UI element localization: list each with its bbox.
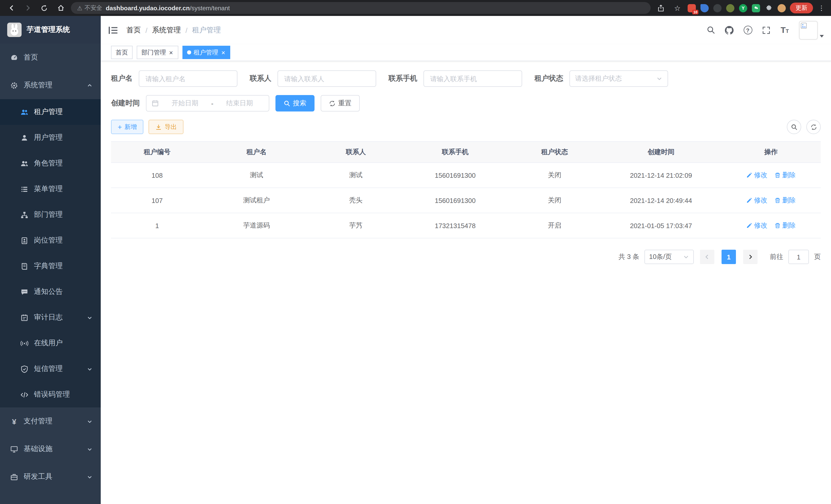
bookmark-star-icon[interactable]: ☆	[671, 2, 684, 14]
sidebar-item-user[interactable]: 用户管理	[0, 125, 101, 151]
edit-link[interactable]: 修改	[746, 221, 768, 230]
search-button[interactable]: 搜索	[276, 95, 315, 112]
sidebar-item-audit-log[interactable]: 审计日志	[0, 305, 101, 330]
home-icon[interactable]	[55, 2, 67, 14]
url-path: /system/tenant	[190, 4, 230, 11]
sidebar-toggle-icon[interactable]	[108, 25, 118, 35]
extensions-puzzle-icon[interactable]	[765, 4, 773, 12]
field-label: 联系手机	[389, 74, 417, 83]
warning-icon: ⚠	[77, 4, 83, 11]
edit-link[interactable]: 修改	[746, 171, 768, 180]
profile-avatar-icon[interactable]	[778, 4, 786, 12]
breadcrumb-system[interactable]: 系统管理	[152, 25, 181, 35]
share-icon[interactable]	[655, 2, 667, 14]
next-page-button[interactable]	[743, 250, 757, 264]
refresh-icon[interactable]	[38, 2, 50, 14]
sidebar-item-online-users[interactable]: 在线用户	[0, 330, 101, 356]
tab-home[interactable]: 首页	[111, 46, 133, 59]
filter-form-row-2: 创建时间 开始日期 - 结束日期 搜索 重置	[111, 95, 821, 112]
address-bar[interactable]: ⚠ 不安全 dashboard.yudao.iocoder.cn/system/…	[71, 2, 651, 14]
chevron-down-icon	[87, 315, 92, 320]
sidebar-item-payment[interactable]: ¥ 支付管理	[0, 407, 101, 435]
phone-input[interactable]	[424, 70, 522, 87]
breadcrumb-current: 租户管理	[192, 25, 221, 35]
close-icon[interactable]: ×	[169, 49, 173, 56]
security-chip[interactable]: ⚠ 不安全	[77, 4, 102, 12]
sidebar-item-menu[interactable]: 菜单管理	[0, 176, 101, 202]
logo[interactable]: 芋道管理系统	[0, 16, 101, 44]
sidebar-item-notice[interactable]: 通知公告	[0, 279, 101, 305]
search-icon[interactable]	[703, 21, 719, 39]
delete-link[interactable]: 删除	[775, 196, 796, 205]
url-text: dashboard.yudao.iocoder.cn/system/tenant	[106, 4, 230, 11]
prev-page-button[interactable]	[700, 250, 714, 264]
extension-icon-green-square[interactable]	[752, 4, 760, 12]
close-icon[interactable]: ×	[221, 49, 226, 56]
extension-icon-olive[interactable]	[726, 4, 735, 12]
export-button[interactable]: 导出	[148, 120, 183, 134]
user-menu[interactable]	[799, 21, 824, 39]
help-icon[interactable]: ?	[740, 21, 756, 39]
extension-badge: 10	[692, 9, 698, 14]
sidebar-item-system[interactable]: 系统管理	[0, 71, 101, 99]
browser-toolbar: ⚠ 不安全 dashboard.yudao.iocoder.cn/system/…	[0, 0, 831, 16]
field-label: 联系人	[250, 74, 271, 83]
tenant-users-icon	[21, 108, 28, 116]
breadcrumb-home[interactable]: 首页	[126, 25, 141, 35]
sidebar-item-label: 角色管理	[34, 159, 63, 168]
sidebar-item-dept[interactable]: 部门管理	[0, 202, 101, 228]
table-row: 107 测试租户 秃头 15601691300 关闭 2021-12-14 20…	[111, 188, 821, 213]
extension-icon-dark-globe[interactable]	[713, 4, 721, 12]
sidebar-item-home[interactable]: 首页	[0, 44, 101, 71]
plus-icon: +	[118, 123, 122, 130]
reset-button[interactable]: 重置	[321, 95, 360, 112]
sidebar-item-sms[interactable]: 短信管理	[0, 356, 101, 382]
sidebar-item-tenant[interactable]: 租户管理	[0, 99, 101, 125]
tab-tenant[interactable]: 租户管理 ×	[182, 46, 230, 59]
sidebar-item-label: 审计日志	[34, 313, 63, 322]
back-icon[interactable]	[5, 2, 18, 14]
sidebar-item-devtools[interactable]: 研发工具	[0, 463, 101, 491]
page-size-value: 10条/页	[649, 252, 672, 262]
contact-input[interactable]	[278, 70, 376, 87]
goto-page-input[interactable]	[789, 250, 809, 264]
chevron-down-icon	[87, 418, 92, 424]
date-range-picker[interactable]: 开始日期 - 结束日期	[146, 95, 269, 112]
sidebar-item-label: 岗位管理	[34, 236, 63, 245]
extension-icon-blue-drop[interactable]	[700, 4, 709, 12]
tenant-name-input[interactable]	[139, 70, 237, 87]
tab-dept[interactable]: 部门管理 ×	[137, 46, 178, 59]
browser-menu-icon[interactable]: ⋮	[817, 4, 826, 12]
status-select[interactable]: 请选择租户状态	[569, 70, 668, 87]
font-size-icon[interactable]: TT	[776, 21, 793, 39]
refresh-table-icon[interactable]	[806, 120, 821, 134]
toggle-search-icon[interactable]	[787, 120, 801, 134]
extension-icon-red[interactable]: 10	[688, 4, 696, 12]
fullscreen-icon[interactable]	[758, 21, 774, 39]
navbar: 首页 / 系统管理 / 租户管理 ? TT	[101, 16, 831, 44]
page-size-select[interactable]: 10条/页	[644, 250, 694, 264]
page-number-button[interactable]: 1	[721, 250, 736, 264]
navbar-actions: ? TT	[703, 21, 824, 39]
sidebar-item-post[interactable]: 岗位管理	[0, 228, 101, 253]
tab-label: 首页	[116, 48, 128, 57]
add-button[interactable]: + 新增	[111, 120, 143, 134]
delete-link[interactable]: 删除	[775, 171, 796, 180]
delete-link[interactable]: 删除	[775, 221, 796, 230]
sidebar-item-error-code[interactable]: 错误码管理	[0, 382, 101, 407]
sidebar-item-dict[interactable]: 字典管理	[0, 253, 101, 279]
col-status: 租户状态	[509, 142, 601, 162]
extension-icon-green-y[interactable]: Y	[739, 4, 747, 12]
id-badge-icon	[21, 237, 28, 244]
forward-icon[interactable]	[22, 2, 34, 14]
avatar	[799, 21, 818, 39]
app-title: 芋道管理系统	[27, 25, 70, 34]
book-icon	[21, 262, 28, 270]
sidebar-item-label: 用户管理	[34, 133, 63, 142]
github-icon[interactable]	[721, 21, 738, 39]
sidebar-item-role[interactable]: 角色管理	[0, 151, 101, 176]
chrome-update-button[interactable]: 更新	[790, 3, 813, 13]
goto-label: 前往	[770, 252, 783, 262]
sidebar-item-infra[interactable]: 基础设施	[0, 435, 101, 463]
edit-link[interactable]: 修改	[746, 196, 768, 205]
